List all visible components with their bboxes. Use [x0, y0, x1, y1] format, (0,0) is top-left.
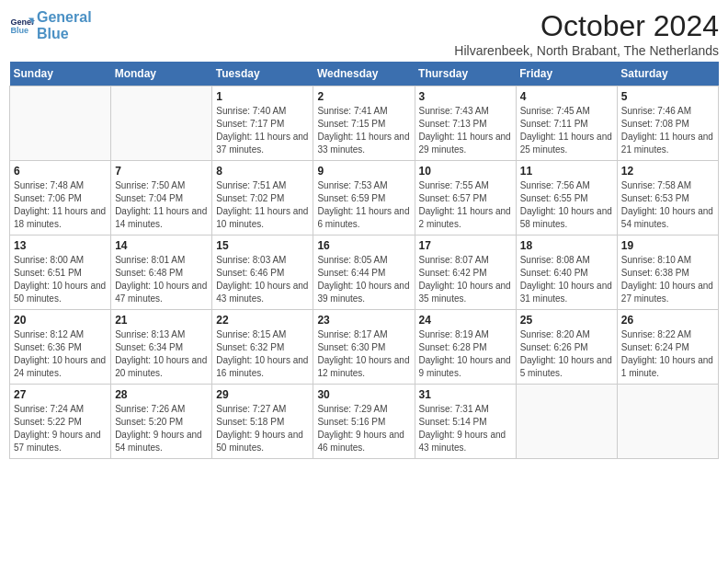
day-info: Sunrise: 8:12 AM Sunset: 6:36 PM Dayligh… [14, 328, 107, 380]
day-info: Sunrise: 7:58 AM Sunset: 6:53 PM Dayligh… [621, 179, 714, 231]
calendar-cell: 15Sunrise: 8:03 AM Sunset: 6:46 PM Dayli… [212, 236, 313, 310]
calendar-cell: 27Sunrise: 7:24 AM Sunset: 5:22 PM Dayli… [10, 385, 111, 459]
day-info: Sunrise: 8:00 AM Sunset: 6:51 PM Dayligh… [14, 254, 107, 305]
day-number: 5 [621, 90, 714, 103]
day-info: Sunrise: 7:51 AM Sunset: 7:02 PM Dayligh… [216, 179, 309, 231]
calendar-cell [617, 385, 718, 459]
calendar-cell: 11Sunrise: 7:56 AM Sunset: 6:55 PM Dayli… [516, 161, 617, 236]
day-number: 22 [216, 314, 309, 327]
calendar-cell: 17Sunrise: 8:07 AM Sunset: 6:42 PM Dayli… [415, 236, 516, 310]
day-number: 30 [317, 388, 410, 401]
day-number: 13 [14, 239, 107, 252]
calendar-cell: 31Sunrise: 7:31 AM Sunset: 5:14 PM Dayli… [415, 385, 516, 459]
day-info: Sunrise: 7:50 AM Sunset: 7:04 PM Dayligh… [115, 179, 208, 231]
day-info: Sunrise: 8:20 AM Sunset: 6:26 PM Dayligh… [520, 328, 613, 380]
calendar-cell: 19Sunrise: 8:10 AM Sunset: 6:38 PM Dayli… [617, 236, 718, 310]
calendar-cell: 6Sunrise: 7:48 AM Sunset: 7:06 PM Daylig… [10, 161, 111, 236]
day-info: Sunrise: 7:56 AM Sunset: 6:55 PM Dayligh… [520, 179, 613, 231]
calendar-cell: 7Sunrise: 7:50 AM Sunset: 7:04 PM Daylig… [111, 161, 212, 236]
day-number: 19 [621, 239, 714, 252]
calendar-cell: 22Sunrise: 8:15 AM Sunset: 6:32 PM Dayli… [212, 310, 313, 385]
day-info: Sunrise: 7:55 AM Sunset: 6:57 PM Dayligh… [419, 179, 512, 231]
day-info: Sunrise: 8:19 AM Sunset: 6:28 PM Dayligh… [419, 328, 512, 380]
weekday-header: Monday [111, 62, 212, 86]
page-header: General Blue GeneralBlue October 2024 Hi… [9, 9, 719, 58]
day-info: Sunrise: 7:26 AM Sunset: 5:20 PM Dayligh… [115, 403, 208, 454]
day-info: Sunrise: 7:41 AM Sunset: 7:15 PM Dayligh… [317, 105, 410, 156]
calendar-cell: 8Sunrise: 7:51 AM Sunset: 7:02 PM Daylig… [212, 161, 313, 236]
day-number: 15 [216, 239, 309, 252]
day-number: 10 [419, 165, 512, 178]
calendar-cell: 13Sunrise: 8:00 AM Sunset: 6:51 PM Dayli… [10, 236, 111, 310]
calendar-cell: 18Sunrise: 8:08 AM Sunset: 6:40 PM Dayli… [516, 236, 617, 310]
calendar-cell: 30Sunrise: 7:29 AM Sunset: 5:16 PM Dayli… [313, 385, 415, 459]
logo-text: GeneralBlue [37, 9, 92, 41]
day-info: Sunrise: 7:29 AM Sunset: 5:16 PM Dayligh… [317, 403, 410, 454]
day-info: Sunrise: 7:45 AM Sunset: 7:11 PM Dayligh… [520, 105, 613, 156]
title-block: October 2024 Hilvarenbeek, North Brabant… [454, 9, 719, 58]
day-info: Sunrise: 8:10 AM Sunset: 6:38 PM Dayligh… [621, 254, 714, 305]
day-info: Sunrise: 7:48 AM Sunset: 7:06 PM Dayligh… [14, 179, 107, 231]
calendar-cell: 16Sunrise: 8:05 AM Sunset: 6:44 PM Dayli… [313, 236, 415, 310]
day-info: Sunrise: 8:13 AM Sunset: 6:34 PM Dayligh… [115, 328, 208, 380]
day-info: Sunrise: 7:40 AM Sunset: 7:17 PM Dayligh… [216, 105, 309, 156]
day-info: Sunrise: 8:22 AM Sunset: 6:24 PM Dayligh… [621, 328, 714, 380]
month-title: October 2024 [454, 9, 719, 43]
weekday-header: Friday [516, 62, 617, 86]
day-number: 16 [317, 239, 410, 252]
day-number: 27 [14, 388, 107, 401]
calendar-week-row: 27Sunrise: 7:24 AM Sunset: 5:22 PM Dayli… [10, 385, 719, 459]
day-number: 23 [317, 314, 410, 327]
day-number: 25 [520, 314, 613, 327]
day-number: 20 [14, 314, 107, 327]
calendar-cell: 24Sunrise: 8:19 AM Sunset: 6:28 PM Dayli… [415, 310, 516, 385]
day-info: Sunrise: 8:17 AM Sunset: 6:30 PM Dayligh… [317, 328, 410, 380]
day-number: 7 [115, 165, 208, 178]
day-info: Sunrise: 7:46 AM Sunset: 7:08 PM Dayligh… [621, 105, 714, 156]
calendar-cell: 1Sunrise: 7:40 AM Sunset: 7:17 PM Daylig… [212, 86, 313, 161]
day-number: 8 [216, 165, 309, 178]
day-number: 21 [115, 314, 208, 327]
weekday-header: Sunday [10, 62, 111, 86]
calendar-cell [10, 86, 111, 161]
calendar-cell: 28Sunrise: 7:26 AM Sunset: 5:20 PM Dayli… [111, 385, 212, 459]
location: Hilvarenbeek, North Brabant, The Netherl… [454, 43, 719, 58]
day-info: Sunrise: 8:15 AM Sunset: 6:32 PM Dayligh… [216, 328, 309, 380]
calendar-cell: 12Sunrise: 7:58 AM Sunset: 6:53 PM Dayli… [617, 161, 718, 236]
calendar-week-row: 13Sunrise: 8:00 AM Sunset: 6:51 PM Dayli… [10, 236, 719, 310]
day-number: 28 [115, 388, 208, 401]
day-number: 1 [216, 90, 309, 103]
calendar-cell: 10Sunrise: 7:55 AM Sunset: 6:57 PM Dayli… [415, 161, 516, 236]
calendar-header-row: SundayMondayTuesdayWednesdayThursdayFrid… [10, 62, 719, 86]
day-number: 24 [419, 314, 512, 327]
day-info: Sunrise: 8:07 AM Sunset: 6:42 PM Dayligh… [419, 254, 512, 305]
weekday-header: Thursday [415, 62, 516, 86]
day-number: 14 [115, 239, 208, 252]
logo-icon: General Blue [9, 13, 35, 39]
day-info: Sunrise: 7:24 AM Sunset: 5:22 PM Dayligh… [14, 403, 107, 454]
day-number: 12 [621, 165, 714, 178]
day-number: 26 [621, 314, 714, 327]
day-info: Sunrise: 8:08 AM Sunset: 6:40 PM Dayligh… [520, 254, 613, 305]
calendar-table: SundayMondayTuesdayWednesdayThursdayFrid… [9, 62, 719, 459]
calendar-cell: 25Sunrise: 8:20 AM Sunset: 6:26 PM Dayli… [516, 310, 617, 385]
day-number: 18 [520, 239, 613, 252]
weekday-header: Tuesday [212, 62, 313, 86]
day-info: Sunrise: 8:05 AM Sunset: 6:44 PM Dayligh… [317, 254, 410, 305]
calendar-cell: 21Sunrise: 8:13 AM Sunset: 6:34 PM Dayli… [111, 310, 212, 385]
day-number: 31 [419, 388, 512, 401]
calendar-cell: 5Sunrise: 7:46 AM Sunset: 7:08 PM Daylig… [617, 86, 718, 161]
calendar-cell: 4Sunrise: 7:45 AM Sunset: 7:11 PM Daylig… [516, 86, 617, 161]
calendar-cell [111, 86, 212, 161]
day-number: 17 [419, 239, 512, 252]
weekday-header: Saturday [617, 62, 718, 86]
svg-text:Blue: Blue [10, 26, 28, 35]
day-info: Sunrise: 7:31 AM Sunset: 5:14 PM Dayligh… [419, 403, 512, 454]
day-number: 6 [14, 165, 107, 178]
calendar-cell: 26Sunrise: 8:22 AM Sunset: 6:24 PM Dayli… [617, 310, 718, 385]
calendar-cell: 3Sunrise: 7:43 AM Sunset: 7:13 PM Daylig… [415, 86, 516, 161]
calendar-cell: 20Sunrise: 8:12 AM Sunset: 6:36 PM Dayli… [10, 310, 111, 385]
logo: General Blue GeneralBlue [9, 9, 92, 41]
calendar-cell: 23Sunrise: 8:17 AM Sunset: 6:30 PM Dayli… [313, 310, 415, 385]
day-number: 4 [520, 90, 613, 103]
